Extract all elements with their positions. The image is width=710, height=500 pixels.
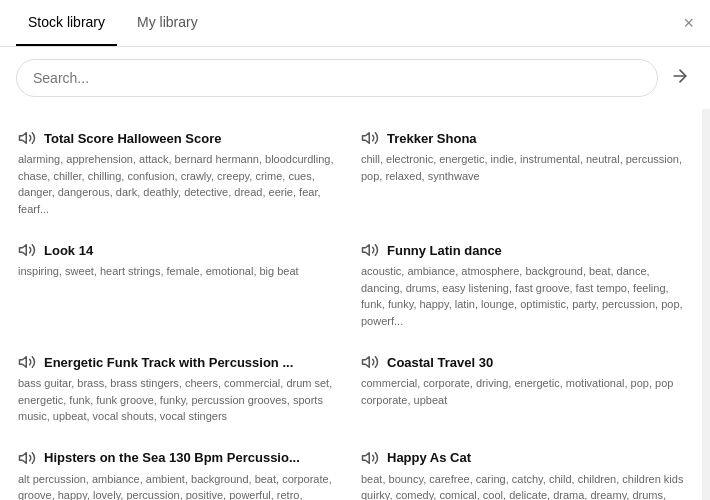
search-go-button[interactable]	[666, 62, 694, 95]
track-tags: acoustic, ambiance, atmosphere, backgrou…	[361, 263, 684, 329]
track-title-row: Total Score Halloween Score	[18, 129, 341, 147]
track-tags: inspiring, sweet, heart strings, female,…	[18, 263, 341, 280]
track-title: Coastal Travel 30	[387, 355, 493, 370]
track-title-row: Trekker Shona	[361, 129, 684, 147]
track-title: Happy As Cat	[387, 450, 471, 465]
speaker-icon	[18, 353, 36, 371]
track-tags: alarming, apprehension, attack, bernard …	[18, 151, 341, 217]
track-tags: commercial, corporate, driving, energeti…	[361, 375, 684, 408]
track-title-row: Hipsters on the Sea 130 Bpm Percussio...	[18, 449, 341, 467]
close-button[interactable]: ×	[683, 14, 694, 32]
tracks-grid: Total Score Halloween Score alarming, ap…	[0, 117, 702, 500]
tab-stock-library[interactable]: Stock library	[16, 0, 117, 46]
speaker-icon	[18, 449, 36, 467]
speaker-icon	[361, 129, 379, 147]
track-title: Total Score Halloween Score	[44, 131, 221, 146]
track-title-row: Look 14	[18, 241, 341, 259]
track-title: Look 14	[44, 243, 93, 258]
track-tags: bass guitar, brass, brass stingers, chee…	[18, 375, 341, 425]
track-item[interactable]: Trekker Shona chill, electronic, energet…	[351, 117, 694, 229]
music-library-modal: Stock library My library ×	[0, 0, 710, 500]
speaker-icon	[18, 241, 36, 259]
search-wrapper	[16, 59, 658, 97]
svg-marker-7	[20, 452, 27, 463]
svg-marker-3	[20, 245, 27, 256]
track-title: Hipsters on the Sea 130 Bpm Percussio...	[44, 450, 300, 465]
track-item[interactable]: Look 14 inspiring, sweet, heart strings,…	[8, 229, 351, 341]
track-item[interactable]: Coastal Travel 30 commercial, corporate,…	[351, 341, 694, 437]
svg-marker-8	[363, 452, 370, 463]
track-title-row: Energetic Funk Track with Percussion ...	[18, 353, 341, 371]
track-tags: beat, bouncy, carefree, caring, catchy, …	[361, 471, 684, 501]
scrollbar-track[interactable]	[702, 109, 710, 500]
track-title-row: Coastal Travel 30	[361, 353, 684, 371]
arrow-right-icon	[670, 66, 690, 86]
speaker-icon	[361, 241, 379, 259]
tabs-bar: Stock library My library ×	[0, 0, 710, 47]
svg-marker-6	[363, 357, 370, 368]
track-item[interactable]: Happy As Cat beat, bouncy, carefree, car…	[351, 437, 694, 501]
track-title: Funny Latin dance	[387, 243, 502, 258]
track-title: Energetic Funk Track with Percussion ...	[44, 355, 293, 370]
svg-marker-5	[20, 357, 27, 368]
track-item[interactable]: Energetic Funk Track with Percussion ...…	[8, 341, 351, 437]
speaker-icon	[361, 353, 379, 371]
search-container	[0, 47, 710, 109]
track-item[interactable]: Total Score Halloween Score alarming, ap…	[8, 117, 351, 229]
tracks-content: Total Score Halloween Score alarming, ap…	[0, 109, 710, 500]
track-title-row: Happy As Cat	[361, 449, 684, 467]
speaker-icon	[361, 449, 379, 467]
track-title-row: Funny Latin dance	[361, 241, 684, 259]
svg-marker-2	[363, 133, 370, 144]
speaker-icon	[18, 129, 36, 147]
track-title: Trekker Shona	[387, 131, 477, 146]
track-item[interactable]: Hipsters on the Sea 130 Bpm Percussio...…	[8, 437, 351, 501]
svg-marker-1	[20, 133, 27, 144]
track-tags: alt percussion, ambiance, ambient, backg…	[18, 471, 341, 501]
track-tags: chill, electronic, energetic, indie, ins…	[361, 151, 684, 184]
track-item[interactable]: Funny Latin dance acoustic, ambiance, at…	[351, 229, 694, 341]
tracks-list: Total Score Halloween Score alarming, ap…	[0, 109, 702, 500]
tab-my-library[interactable]: My library	[125, 0, 210, 46]
svg-marker-4	[363, 245, 370, 256]
search-input[interactable]	[16, 59, 658, 97]
